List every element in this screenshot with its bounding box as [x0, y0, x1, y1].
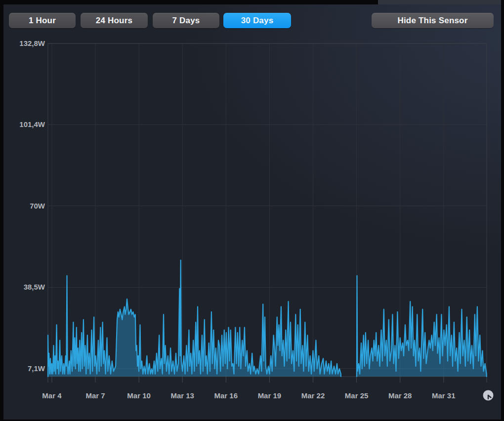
power-line	[48, 260, 341, 377]
y-axis-label: 101,4W	[3, 120, 45, 129]
x-axis-label: Mar 31	[423, 391, 464, 400]
hide-this-sensor-button[interactable]: Hide This Sensor	[372, 13, 494, 28]
plot-border	[48, 43, 487, 377]
sensor-chart-panel: 132,8W101,4W70W38,5W7,1WMar 4Mar 7Mar 10…	[3, 4, 501, 420]
chart-svg	[3, 4, 501, 420]
y-axis-label: 38,5W	[3, 283, 45, 292]
x-axis-label: Mar 22	[293, 391, 334, 400]
top-window-strip	[378, 0, 501, 4]
x-axis-label: Mar 13	[162, 391, 203, 400]
range-button-24-hours[interactable]: 24 Hours	[81, 13, 148, 28]
range-button-30-days[interactable]: 30 Days	[223, 13, 291, 28]
x-axis-label: Mar 25	[336, 391, 378, 400]
x-axis-label: Mar 19	[249, 391, 290, 400]
y-axis-label: 7,1W	[3, 364, 45, 373]
range-button-1-hour[interactable]: 1 Hour	[9, 13, 76, 28]
x-axis-label: Mar 28	[379, 391, 421, 400]
x-axis-label: Mar 7	[75, 391, 116, 400]
y-axis-label: 70W	[3, 202, 45, 210]
range-button-7-days[interactable]: 7 Days	[153, 13, 219, 28]
history-clock-icon[interactable]	[483, 390, 494, 401]
chart-plot-area: 132,8W101,4W70W38,5W7,1WMar 4Mar 7Mar 10…	[3, 4, 501, 420]
x-axis-label: Mar 4	[31, 391, 73, 400]
y-axis-label: 132,8W	[3, 39, 45, 48]
x-axis-label: Mar 10	[118, 391, 160, 400]
x-axis-label: Mar 16	[205, 391, 247, 400]
